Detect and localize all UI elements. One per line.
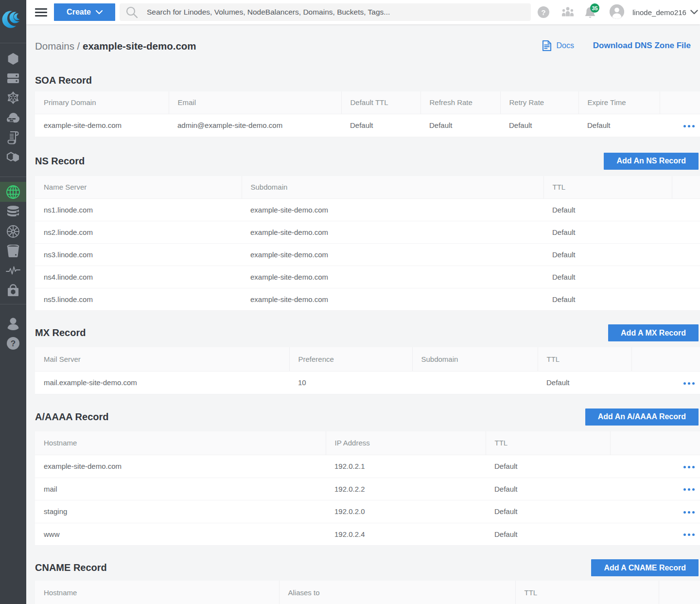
svg-text:?: ?	[541, 8, 545, 17]
svg-text:?: ?	[11, 339, 16, 348]
